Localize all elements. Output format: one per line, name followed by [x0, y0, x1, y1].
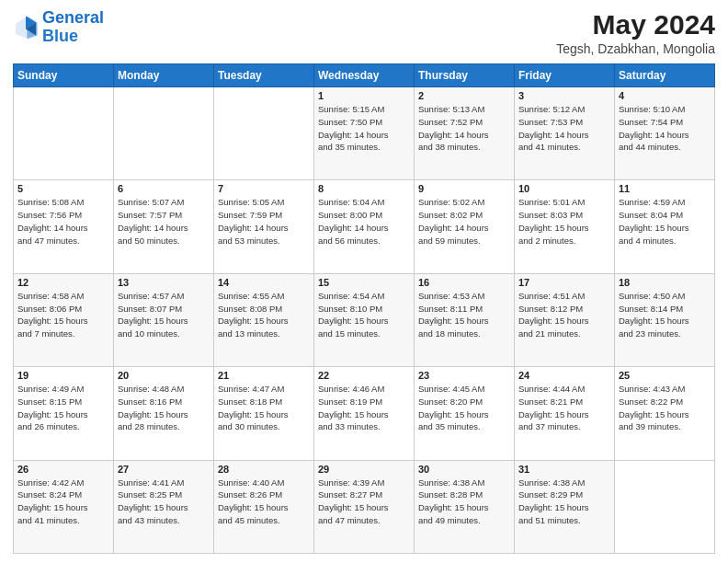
calendar-cell [615, 460, 715, 553]
day-number: 14 [218, 277, 310, 288]
day-number: 20 [118, 370, 210, 381]
calendar-cell: 31Sunrise: 4:38 AM Sunset: 8:29 PM Dayli… [515, 460, 615, 553]
day-number: 8 [318, 183, 410, 194]
calendar-cell: 27Sunrise: 4:41 AM Sunset: 8:25 PM Dayli… [114, 460, 214, 553]
calendar-cell [114, 87, 214, 180]
day-info: Sunrise: 4:55 AM Sunset: 8:08 PM Dayligh… [218, 290, 310, 340]
day-info: Sunrise: 4:46 AM Sunset: 8:19 PM Dayligh… [318, 383, 410, 433]
day-number: 5 [17, 183, 109, 194]
day-number: 23 [418, 370, 510, 381]
day-number: 18 [619, 277, 711, 288]
calendar-cell: 18Sunrise: 4:50 AM Sunset: 8:14 PM Dayli… [615, 273, 715, 366]
day-info: Sunrise: 5:15 AM Sunset: 7:50 PM Dayligh… [318, 103, 410, 154]
calendar-cell: 14Sunrise: 4:55 AM Sunset: 8:08 PM Dayli… [214, 273, 314, 366]
calendar-cell: 30Sunrise: 4:38 AM Sunset: 8:28 PM Dayli… [415, 460, 515, 553]
calendar-cell: 1Sunrise: 5:15 AM Sunset: 7:50 PM Daylig… [314, 87, 415, 180]
weekday-header-thursday: Thursday [415, 64, 515, 87]
day-info: Sunrise: 5:05 AM Sunset: 7:59 PM Dayligh… [218, 196, 310, 247]
day-info: Sunrise: 4:43 AM Sunset: 8:22 PM Dayligh… [619, 383, 711, 433]
day-info: Sunrise: 4:51 AM Sunset: 8:12 PM Dayligh… [518, 290, 610, 340]
calendar-week-3: 19Sunrise: 4:49 AM Sunset: 8:15 PM Dayli… [14, 367, 715, 460]
day-number: 21 [218, 370, 310, 381]
day-info: Sunrise: 4:41 AM Sunset: 8:25 PM Dayligh… [118, 477, 210, 527]
calendar-cell: 8Sunrise: 5:04 AM Sunset: 8:00 PM Daylig… [314, 180, 415, 273]
header: General Blue May 2024 Tegsh, Dzabkhan, M… [13, 9, 715, 56]
calendar-cell: 15Sunrise: 4:54 AM Sunset: 8:10 PM Dayli… [314, 273, 415, 366]
day-number: 27 [118, 464, 210, 475]
day-number: 19 [17, 370, 109, 381]
calendar-cell: 10Sunrise: 5:01 AM Sunset: 8:03 PM Dayli… [515, 180, 615, 273]
day-info: Sunrise: 4:57 AM Sunset: 8:07 PM Dayligh… [118, 290, 210, 340]
day-info: Sunrise: 4:58 AM Sunset: 8:06 PM Dayligh… [17, 290, 109, 340]
day-number: 28 [218, 464, 310, 475]
calendar-cell: 6Sunrise: 5:07 AM Sunset: 7:57 PM Daylig… [114, 180, 214, 273]
calendar-table: SundayMondayTuesdayWednesdayThursdayFrid… [13, 63, 715, 554]
weekday-header-saturday: Saturday [615, 64, 715, 87]
day-info: Sunrise: 5:07 AM Sunset: 7:57 PM Dayligh… [118, 196, 210, 247]
day-info: Sunrise: 4:42 AM Sunset: 8:24 PM Dayligh… [17, 477, 109, 527]
day-number: 30 [418, 464, 510, 475]
calendar-cell: 20Sunrise: 4:48 AM Sunset: 8:16 PM Dayli… [114, 367, 214, 460]
day-info: Sunrise: 4:40 AM Sunset: 8:26 PM Dayligh… [218, 477, 310, 527]
day-info: Sunrise: 5:04 AM Sunset: 8:00 PM Dayligh… [318, 196, 410, 247]
day-number: 13 [118, 277, 210, 288]
calendar-cell: 21Sunrise: 4:47 AM Sunset: 8:18 PM Dayli… [214, 367, 314, 460]
day-number: 2 [418, 90, 510, 101]
weekday-header-tuesday: Tuesday [214, 64, 314, 87]
logo: General Blue [13, 9, 104, 46]
calendar-cell: 13Sunrise: 4:57 AM Sunset: 8:07 PM Dayli… [114, 273, 214, 366]
calendar-week-1: 5Sunrise: 5:08 AM Sunset: 7:56 PM Daylig… [14, 180, 715, 273]
day-info: Sunrise: 5:01 AM Sunset: 8:03 PM Dayligh… [518, 196, 610, 247]
weekday-header-friday: Friday [515, 64, 615, 87]
day-number: 10 [518, 183, 610, 194]
calendar-cell: 5Sunrise: 5:08 AM Sunset: 7:56 PM Daylig… [14, 180, 114, 273]
calendar-cell [14, 87, 114, 180]
calendar-cell: 9Sunrise: 5:02 AM Sunset: 8:02 PM Daylig… [415, 180, 515, 273]
day-number: 4 [619, 90, 711, 101]
weekday-header-row: SundayMondayTuesdayWednesdayThursdayFrid… [14, 64, 715, 87]
day-number: 6 [118, 183, 210, 194]
calendar-cell [214, 87, 314, 180]
day-number: 24 [518, 370, 610, 381]
page: General Blue May 2024 Tegsh, Dzabkhan, M… [0, 0, 728, 563]
day-info: Sunrise: 4:50 AM Sunset: 8:14 PM Dayligh… [619, 290, 711, 340]
day-number: 7 [218, 183, 310, 194]
day-info: Sunrise: 5:08 AM Sunset: 7:56 PM Dayligh… [17, 196, 109, 247]
day-number: 9 [418, 183, 510, 194]
weekday-header-sunday: Sunday [14, 64, 114, 87]
day-number: 22 [318, 370, 410, 381]
calendar-cell: 16Sunrise: 4:53 AM Sunset: 8:11 PM Dayli… [415, 273, 515, 366]
calendar-cell: 11Sunrise: 4:59 AM Sunset: 8:04 PM Dayli… [615, 180, 715, 273]
logo-text: General Blue [42, 9, 104, 46]
calendar-cell: 25Sunrise: 4:43 AM Sunset: 8:22 PM Dayli… [615, 367, 715, 460]
day-number: 12 [17, 277, 109, 288]
calendar-cell: 24Sunrise: 4:44 AM Sunset: 8:21 PM Dayli… [515, 367, 615, 460]
location: Tegsh, Dzabkhan, Mongolia [556, 41, 715, 56]
calendar-cell: 26Sunrise: 4:42 AM Sunset: 8:24 PM Dayli… [14, 460, 114, 553]
day-number: 31 [518, 464, 610, 475]
day-number: 15 [318, 277, 410, 288]
weekday-header-monday: Monday [114, 64, 214, 87]
day-number: 11 [619, 183, 711, 194]
calendar-cell: 7Sunrise: 5:05 AM Sunset: 7:59 PM Daylig… [214, 180, 314, 273]
day-number: 1 [318, 90, 410, 101]
logo-icon [13, 15, 39, 40]
calendar-cell: 19Sunrise: 4:49 AM Sunset: 8:15 PM Dayli… [14, 367, 114, 460]
day-number: 26 [17, 464, 109, 475]
calendar-cell: 4Sunrise: 5:10 AM Sunset: 7:54 PM Daylig… [615, 87, 715, 180]
calendar-week-2: 12Sunrise: 4:58 AM Sunset: 8:06 PM Dayli… [14, 273, 715, 366]
day-number: 16 [418, 277, 510, 288]
day-info: Sunrise: 5:10 AM Sunset: 7:54 PM Dayligh… [619, 103, 711, 154]
calendar-cell: 29Sunrise: 4:39 AM Sunset: 8:27 PM Dayli… [314, 460, 415, 553]
calendar-week-0: 1Sunrise: 5:15 AM Sunset: 7:50 PM Daylig… [14, 87, 715, 180]
calendar-cell: 22Sunrise: 4:46 AM Sunset: 8:19 PM Dayli… [314, 367, 415, 460]
weekday-header-wednesday: Wednesday [314, 64, 415, 87]
calendar-cell: 3Sunrise: 5:12 AM Sunset: 7:53 PM Daylig… [515, 87, 615, 180]
calendar-cell: 12Sunrise: 4:58 AM Sunset: 8:06 PM Dayli… [14, 273, 114, 366]
day-info: Sunrise: 4:59 AM Sunset: 8:04 PM Dayligh… [619, 196, 711, 247]
day-info: Sunrise: 4:44 AM Sunset: 8:21 PM Dayligh… [518, 383, 610, 433]
day-number: 3 [518, 90, 610, 101]
day-info: Sunrise: 4:47 AM Sunset: 8:18 PM Dayligh… [218, 383, 310, 433]
calendar-cell: 17Sunrise: 4:51 AM Sunset: 8:12 PM Dayli… [515, 273, 615, 366]
day-info: Sunrise: 4:45 AM Sunset: 8:20 PM Dayligh… [418, 383, 510, 433]
